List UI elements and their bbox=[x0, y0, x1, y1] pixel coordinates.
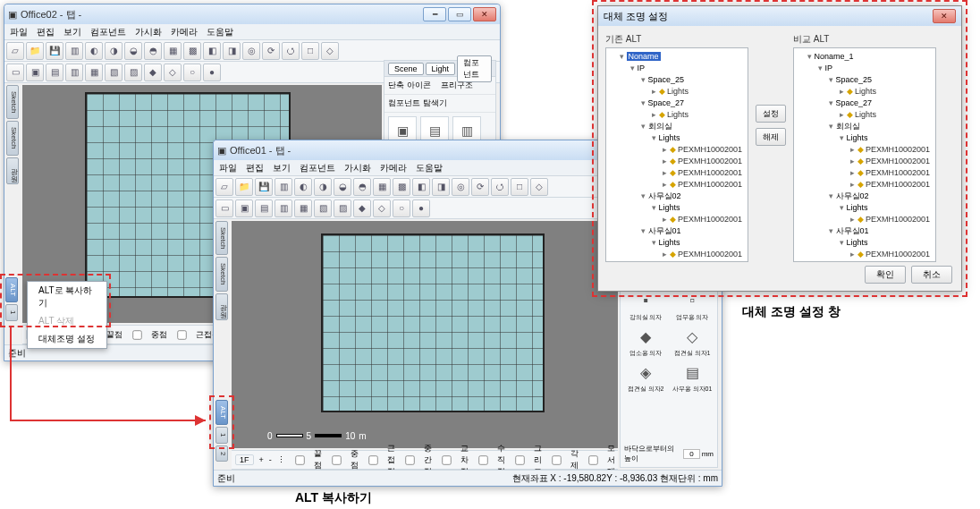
toolbar-icon[interactable]: ◇ bbox=[530, 178, 548, 196]
toolbar-icon[interactable]: ◆ bbox=[144, 64, 162, 81]
snap-checkbox[interactable] bbox=[295, 455, 304, 464]
menu-item[interactable]: 컴포넌트 bbox=[300, 162, 335, 174]
minimize-button[interactable]: ━ bbox=[423, 7, 446, 21]
toolbar-icon[interactable]: ▧ bbox=[314, 199, 332, 217]
menu-item[interactable]: 카메라 bbox=[380, 162, 407, 174]
snap-checkbox[interactable] bbox=[405, 455, 414, 464]
toolbar-icon[interactable]: ◇ bbox=[164, 64, 182, 81]
toolbar-icon[interactable]: ⭯ bbox=[491, 178, 509, 196]
menu-item[interactable]: 보기 bbox=[63, 26, 81, 38]
toolbar-open-icon[interactable]: 📁 bbox=[26, 42, 44, 60]
toolbar-icon[interactable]: ◇ bbox=[321, 42, 339, 60]
snap-checkbox[interactable] bbox=[442, 455, 451, 464]
snap-checkbox[interactable] bbox=[368, 455, 377, 464]
panel-tab-scene[interactable]: Scene bbox=[388, 63, 424, 75]
toolbar-view-icon[interactable]: ▥ bbox=[65, 42, 83, 60]
toolbar-icon[interactable]: ▣ bbox=[26, 64, 44, 81]
panel-btn[interactable]: 단축 아이콘 bbox=[388, 80, 439, 91]
toolbar-open-icon[interactable]: 📁 bbox=[235, 178, 253, 196]
toolbar-icon[interactable]: ◒ bbox=[334, 178, 351, 196]
menu-item[interactable]: 카메라 bbox=[171, 26, 198, 38]
menu-item[interactable]: 가시화 bbox=[344, 162, 371, 174]
toolbar-icon[interactable]: ◒ bbox=[124, 42, 142, 60]
menu-item[interactable]: 가시화 bbox=[135, 26, 162, 38]
component-item[interactable]: ◇접견실 의자1 bbox=[671, 324, 714, 358]
toolbar-icon[interactable]: ◎ bbox=[242, 42, 260, 60]
toolbar-icon[interactable]: ▦ bbox=[164, 42, 182, 60]
toolbar-icon[interactable]: ● bbox=[203, 64, 221, 81]
viewport[interactable]: 0 5 10 m bbox=[232, 221, 618, 448]
titlebar[interactable]: ▣ Office02 - 탭 - ━ ▭ ✕ bbox=[4, 4, 500, 24]
component-item[interactable]: ▤사무용 의자01 bbox=[671, 360, 714, 394]
toolbar-icon[interactable]: ◐ bbox=[294, 178, 312, 196]
panel-tab-light[interactable]: Light bbox=[426, 63, 456, 75]
zoom-plus-icon[interactable]: + bbox=[259, 455, 264, 464]
menu-item[interactable]: 편집 bbox=[37, 26, 55, 38]
toolbar-icon[interactable]: ○ bbox=[393, 199, 410, 217]
toolbar-icon[interactable]: ▤ bbox=[255, 199, 273, 217]
zoom-minus-icon[interactable]: - bbox=[269, 455, 272, 464]
panel-tab-component[interactable]: 컴포넌트 bbox=[457, 55, 492, 82]
toolbar-icon[interactable]: ○ bbox=[183, 64, 201, 81]
left-tab-sketch2[interactable]: Sketch bbox=[215, 257, 228, 291]
toolbar-icon[interactable]: ◐ bbox=[85, 42, 103, 60]
toolbar-icon[interactable]: ⟳ bbox=[262, 42, 280, 60]
left-tab-light[interactable]: 광원 bbox=[6, 157, 19, 184]
panel-btn[interactable]: 컴포넌트 탐색기 bbox=[388, 98, 492, 109]
toolbar-icon[interactable]: ◓ bbox=[144, 42, 162, 60]
toolbar-icon[interactable]: ◑ bbox=[105, 42, 122, 60]
toolbar-icon[interactable]: ◆ bbox=[353, 199, 371, 217]
toolbar-icon[interactable]: ▤ bbox=[46, 64, 63, 81]
toolbar-icon[interactable]: ◓ bbox=[353, 178, 371, 196]
toolbar-icon[interactable]: ◇ bbox=[373, 199, 391, 217]
toolbar-new-icon[interactable]: ▱ bbox=[215, 178, 233, 196]
toolbar-icon[interactable]: ◨ bbox=[223, 42, 241, 60]
toolbar-new-icon[interactable]: ▱ bbox=[6, 42, 24, 60]
toolbar-icon[interactable]: □ bbox=[301, 42, 319, 60]
menu-item[interactable]: 파일 bbox=[10, 26, 28, 38]
toolbar-icon[interactable]: ▥ bbox=[275, 178, 292, 196]
snap-checkbox[interactable] bbox=[478, 455, 487, 464]
more-icon[interactable]: ⋮ bbox=[277, 455, 285, 464]
toolbar-icon[interactable]: ▨ bbox=[124, 64, 142, 81]
toolbar-icon[interactable]: ▥ bbox=[275, 199, 292, 217]
snap-checkbox[interactable] bbox=[552, 455, 561, 464]
toolbar-icon[interactable]: ▭ bbox=[6, 64, 24, 81]
menu-item[interactable]: 파일 bbox=[219, 162, 237, 174]
toolbar-icon[interactable]: ⭯ bbox=[282, 42, 300, 60]
toolbar-icon[interactable]: ◧ bbox=[412, 178, 430, 196]
toolbar-icon[interactable]: ◑ bbox=[314, 178, 332, 196]
toolbar-icon[interactable]: ▦ bbox=[294, 199, 312, 217]
toolbar-icon[interactable]: ▦ bbox=[373, 178, 391, 196]
toolbar-icon[interactable]: ▣ bbox=[235, 199, 253, 217]
left-tab-sketch[interactable]: Sketch bbox=[215, 221, 228, 255]
left-tab-sketch2[interactable]: Sketch bbox=[6, 121, 19, 155]
maximize-button[interactable]: ▭ bbox=[448, 7, 471, 21]
left-tab-light[interactable]: 광원 bbox=[215, 293, 228, 320]
component-item[interactable]: ◈접견실 의자2 bbox=[624, 360, 667, 394]
toolbar-icon[interactable]: □ bbox=[511, 178, 528, 196]
toolbar-icon[interactable]: ◧ bbox=[203, 42, 221, 60]
floor-combo[interactable]: 1F bbox=[235, 454, 254, 465]
menu-item[interactable]: 도움말 bbox=[207, 26, 233, 38]
snap-checkbox[interactable] bbox=[588, 455, 597, 464]
toolbar-icon[interactable]: ▦ bbox=[85, 64, 103, 81]
close-button[interactable]: ✕ bbox=[473, 7, 496, 21]
menu-item[interactable]: 보기 bbox=[273, 162, 291, 174]
toolbar-icon[interactable]: ● bbox=[412, 199, 430, 217]
left-tab-sketch[interactable]: Sketch bbox=[6, 85, 19, 119]
menu-item[interactable]: 컴포넌트 bbox=[90, 26, 126, 38]
toolbar-icon[interactable]: ▭ bbox=[215, 199, 233, 217]
toolbar-icon[interactable]: ⟳ bbox=[471, 178, 489, 196]
toolbar-icon[interactable]: ◨ bbox=[432, 178, 450, 196]
menu-item[interactable]: 도움말 bbox=[416, 162, 443, 174]
toolbar-icon[interactable]: ▨ bbox=[334, 199, 351, 217]
toolbar-icon[interactable]: ▥ bbox=[65, 64, 83, 81]
toolbar-icon[interactable]: ▧ bbox=[105, 64, 122, 81]
toolbar-save-icon[interactable]: 💾 bbox=[255, 178, 273, 196]
panel-btn[interactable]: 프리구조 bbox=[441, 80, 492, 91]
toolbar-save-icon[interactable]: 💾 bbox=[46, 42, 63, 60]
toolbar-icon[interactable]: ▩ bbox=[393, 178, 410, 196]
component-item[interactable]: ◆업소용 의자 bbox=[624, 324, 667, 358]
menu-item[interactable]: 편집 bbox=[246, 162, 264, 174]
